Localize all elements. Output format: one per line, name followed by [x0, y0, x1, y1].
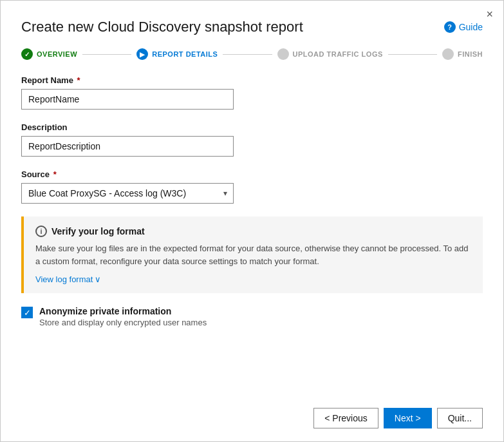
step-upload-traffic: UPLOAD TRAFFIC LOGS: [277, 48, 383, 60]
anonymize-label: Anonymize private information: [39, 306, 207, 316]
view-log-link[interactable]: View log format ∨: [35, 274, 101, 284]
description-input[interactable]: [21, 136, 234, 157]
dialog-footer: < Previous Next > Quit...: [1, 398, 503, 441]
anonymize-description: Store and display only encrypted user na…: [39, 318, 207, 327]
step-overview: ✓ OVERVIEW: [21, 48, 77, 60]
source-select-wrapper: Blue Coat ProxySG - Access log (W3C) Cis…: [21, 183, 234, 204]
step-finish: FINISH: [442, 48, 483, 60]
form-body: Report Name * Description Source * Blue …: [1, 60, 503, 398]
step-line-3: [388, 54, 437, 55]
report-name-group: Report Name *: [21, 75, 483, 110]
info-box: i Verify your log format Make sure your …: [21, 216, 483, 293]
quit-button[interactable]: Quit...: [437, 408, 483, 428]
anonymize-group: ✓ Anonymize private information Store an…: [21, 306, 483, 327]
anonymize-checkbox[interactable]: ✓: [21, 307, 33, 318]
checkmark-icon: ✓: [24, 309, 31, 317]
source-group: Source * Blue Coat ProxySG - Access log …: [21, 169, 483, 204]
chevron-small-icon: ∨: [95, 274, 101, 284]
info-icon: i: [35, 226, 47, 237]
dialog: × Create new Cloud Discovery snapshot re…: [0, 0, 504, 442]
report-name-input[interactable]: [21, 89, 234, 110]
description-group: Description: [21, 122, 483, 157]
step-label-overview: OVERVIEW: [37, 50, 77, 58]
guide-icon: ?: [444, 21, 456, 33]
step-label-finish: FINISH: [458, 50, 483, 58]
step-label-upload: UPLOAD TRAFFIC LOGS: [293, 50, 383, 58]
step-label-report-details: REPORT DETAILS: [152, 50, 218, 58]
dialog-title: Create new Cloud Discovery snapshot repo…: [21, 19, 303, 35]
step-circle-upload: [277, 48, 289, 60]
guide-label: Guide: [459, 22, 483, 32]
report-name-label: Report Name *: [21, 75, 483, 85]
step-circle-report-details: ▶: [136, 48, 148, 60]
step-circle-finish: [442, 48, 454, 60]
dialog-header: Create new Cloud Discovery snapshot repo…: [1, 1, 503, 35]
info-box-title: Verify your log format: [51, 226, 145, 236]
step-line-2: [223, 54, 272, 55]
source-label: Source *: [21, 169, 483, 179]
info-box-body: Make sure your log files are in the expe…: [35, 242, 471, 267]
view-log-label: View log format: [35, 274, 93, 284]
previous-button[interactable]: < Previous: [313, 408, 378, 428]
step-line-1: [82, 54, 131, 55]
steps-bar: ✓ OVERVIEW ▶ REPORT DETAILS UPLOAD TRAFF…: [1, 35, 503, 60]
step-circle-overview: ✓: [21, 48, 33, 60]
guide-button[interactable]: ? Guide: [444, 21, 483, 33]
description-label: Description: [21, 122, 483, 132]
source-select[interactable]: Blue Coat ProxySG - Access log (W3C) Cis…: [21, 183, 234, 204]
step-report-details: ▶ REPORT DETAILS: [136, 48, 218, 60]
close-button[interactable]: ×: [486, 8, 493, 20]
next-button[interactable]: Next >: [384, 408, 432, 428]
anonymize-label-group: Anonymize private information Store and …: [39, 306, 207, 327]
info-box-header: i Verify your log format: [35, 226, 471, 237]
